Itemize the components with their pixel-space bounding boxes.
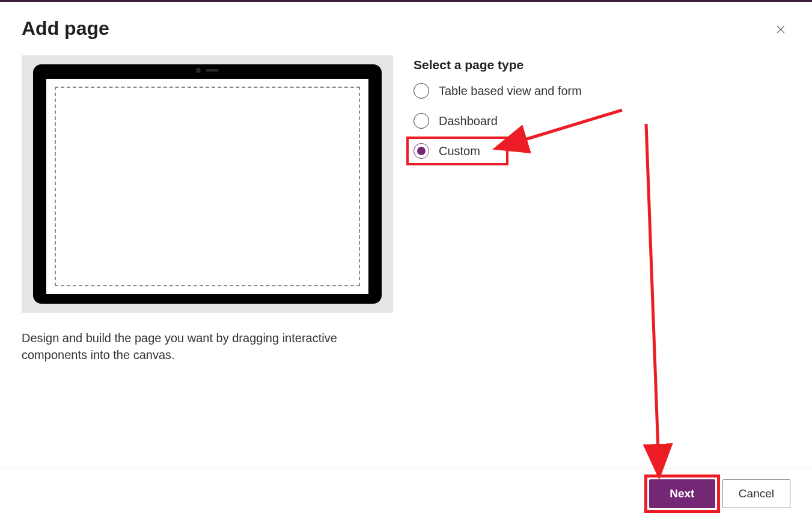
add-page-dialog: Add page Design and build (0, 2, 812, 519)
close-icon (775, 24, 786, 35)
tablet-screen (46, 79, 368, 294)
dialog-footer: Next Cancel (0, 468, 812, 519)
dialog-body: Design and build the page you want by dr… (0, 40, 812, 468)
preview-column: Design and build the page you want by dr… (22, 55, 393, 468)
page-type-description: Design and build the page you want by dr… (22, 330, 358, 363)
radio-option-dashboard[interactable]: Dashboard (414, 113, 790, 129)
page-type-label: Select a page type (414, 58, 790, 72)
radio-option-table[interactable]: Table based view and form (414, 83, 790, 99)
radio-label: Dashboard (439, 114, 498, 128)
radio-icon (414, 83, 429, 99)
close-button[interactable] (771, 20, 790, 39)
cancel-button[interactable]: Cancel (722, 479, 790, 508)
next-button[interactable]: Next (649, 479, 715, 508)
dialog-header: Add page (0, 2, 812, 40)
radio-label: Custom (439, 144, 480, 158)
dialog-title: Add page (22, 17, 109, 40)
next-button-wrapper: Next (649, 479, 715, 508)
preview-image (22, 55, 393, 313)
dashed-canvas (55, 87, 360, 286)
page-type-radio-group: Table based view and form Dashboard Cust… (414, 83, 790, 159)
tablet-frame (33, 64, 382, 304)
radio-label: Table based view and form (439, 84, 582, 98)
radio-icon (414, 113, 429, 129)
tablet-camera (196, 68, 219, 73)
radio-icon (414, 143, 429, 159)
radio-option-custom[interactable]: Custom (414, 143, 790, 159)
options-column: Select a page type Table based view and … (414, 55, 790, 468)
